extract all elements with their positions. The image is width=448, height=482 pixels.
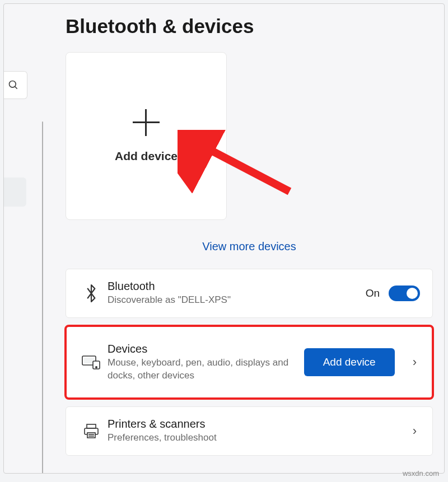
search-input-stub[interactable] — [3, 71, 27, 99]
nav-selected-stub — [3, 177, 26, 207]
bluetooth-title: Bluetooth — [108, 280, 360, 293]
bluetooth-toggle[interactable] — [389, 286, 420, 301]
bluetooth-subtitle: Discoverable as "DELL-XPS" — [108, 294, 360, 307]
svg-rect-8 — [87, 433, 95, 438]
scroll-indicator — [42, 121, 43, 474]
search-icon — [8, 79, 19, 91]
bluetooth-icon — [78, 284, 104, 303]
svg-point-0 — [10, 81, 16, 88]
printers-card[interactable]: Printers & scanners Preferences, trouble… — [66, 406, 433, 456]
chevron-right-icon[interactable]: › — [413, 424, 417, 438]
add-device-tile-label: Add device — [115, 149, 178, 163]
plus-icon — [133, 109, 160, 136]
svg-rect-6 — [87, 424, 96, 428]
view-more-devices-link[interactable]: View more devices — [202, 240, 296, 252]
devices-icon — [78, 354, 104, 370]
svg-line-1 — [15, 87, 17, 89]
add-device-tile[interactable]: Add device — [66, 52, 227, 220]
devices-card[interactable]: Devices Mouse, keyboard, pen, audio, dis… — [66, 326, 433, 399]
devices-subtitle: Mouse, keyboard, pen, audio, displays an… — [108, 357, 298, 382]
bluetooth-state-label: On — [366, 287, 380, 300]
printers-title: Printers & scanners — [108, 418, 405, 430]
devices-title: Devices — [108, 343, 298, 355]
add-device-button[interactable]: Add device — [304, 348, 395, 376]
page-title: Bluetooth & devices — [66, 15, 433, 38]
watermark: wsxdn.com — [403, 469, 439, 478]
chevron-right-icon[interactable]: › — [413, 355, 417, 369]
printer-icon — [78, 423, 104, 439]
svg-point-5 — [96, 367, 97, 368]
bluetooth-card: Bluetooth Discoverable as "DELL-XPS" On — [66, 269, 433, 318]
printers-subtitle: Preferences, troubleshoot — [108, 432, 405, 444]
settings-content: Bluetooth & devices Add device View more… — [66, 15, 433, 456]
